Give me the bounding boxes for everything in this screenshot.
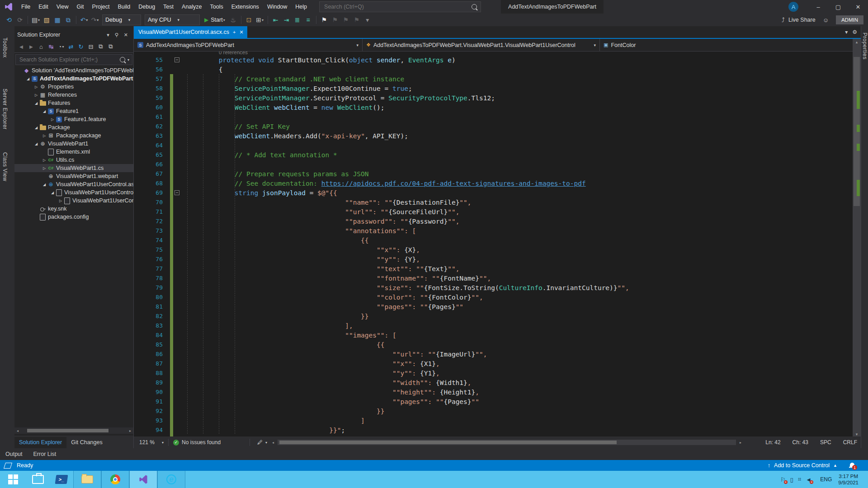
- code-line-69[interactable]: 69−string jsonPayload = $@"{{: [134, 188, 853, 197]
- code-line-71[interactable]: 71""url"": ""{SourceFileUrl}"",: [134, 207, 853, 216]
- minimize-button[interactable]: –: [808, 0, 828, 14]
- code-cleanup-icon[interactable]: 🖉: [257, 439, 263, 446]
- code-line-74[interactable]: 74{{: [134, 235, 853, 245]
- tab-error-list[interactable]: Error List: [28, 451, 62, 457]
- toggle-bookmark-icon[interactable]: ⚑: [319, 15, 329, 25]
- volume-muted-icon[interactable]: ◄✕: [806, 476, 811, 483]
- code-line-86[interactable]: 86""url"": ""{ImageUrl}"",: [134, 349, 853, 359]
- tree-item-package-package[interactable]: ▷⊞Package.package: [14, 131, 133, 140]
- feedback-icon[interactable]: ☺: [823, 17, 829, 23]
- se-collapse-all-icon[interactable]: ⊟: [86, 42, 95, 51]
- code-editor[interactable]: 0 references 55−protected void StartButt…: [134, 52, 853, 437]
- menu-test[interactable]: Test: [159, 4, 178, 10]
- editor-gear-icon[interactable]: ⚙: [852, 29, 857, 35]
- pin-icon[interactable]: ⚲: [112, 32, 121, 38]
- encoding-indicator[interactable]: SPC: [820, 439, 831, 446]
- expanded-icon[interactable]: ◢: [42, 109, 47, 113]
- project-dropdown[interactable]: S AddTextAndImagesToPDFWebPart ▾: [134, 39, 363, 51]
- collapsed-icon[interactable]: ▷: [33, 93, 39, 97]
- tree-item-packages-config[interactable]: packages.config: [14, 213, 133, 221]
- package-explorer-icon[interactable]: ⊡: [244, 15, 254, 25]
- navigate-forward-code-icon[interactable]: ⇥: [282, 15, 292, 25]
- column-indicator[interactable]: Ch: 43: [793, 439, 808, 446]
- code-line-56[interactable]: 56{: [134, 65, 853, 74]
- code-line-68[interactable]: 68// See documentation: https://apidocs.…: [134, 178, 853, 188]
- prev-bookmark-icon[interactable]: ⚑: [330, 15, 340, 25]
- code-line-75[interactable]: 75""x"": {X},: [134, 245, 853, 254]
- tab-class-view[interactable]: Class View: [2, 152, 8, 181]
- code-line-59[interactable]: 59ServicePointManager.SecurityProtocol =…: [134, 93, 853, 103]
- tree-item-elements-xml[interactable]: Elements.xml: [14, 148, 133, 156]
- se-properties-icon[interactable]: ⧉: [106, 42, 115, 51]
- menu-window[interactable]: Window: [263, 4, 291, 10]
- language-indicator[interactable]: ENG: [820, 476, 832, 483]
- collapsed-icon[interactable]: ▷: [42, 166, 47, 170]
- start-button[interactable]: [0, 471, 26, 488]
- scroll-left-icon[interactable]: ◂: [270, 441, 276, 445]
- tree-item-package[interactable]: ◢Package: [14, 123, 133, 131]
- solution-search-input[interactable]: [19, 56, 120, 63]
- code-line-80[interactable]: 80""color"": ""{FontColor}"",: [134, 292, 853, 302]
- code-line-66[interactable]: 66: [134, 160, 853, 169]
- clear-bookmarks-icon[interactable]: ⚑: [352, 15, 362, 25]
- admin-button[interactable]: ADMIN: [836, 15, 863, 24]
- code-line-82[interactable]: 82}}: [134, 311, 853, 321]
- menu-git[interactable]: Git: [73, 4, 88, 10]
- code-line-57[interactable]: 57// Create standard .NET web client ins…: [134, 74, 853, 84]
- code-line-70[interactable]: 70""name"": ""{DestinationFile}"",: [134, 197, 853, 207]
- code-line-81[interactable]: 81""pages"": ""{Pages}"": [134, 302, 853, 311]
- browser-home-icon[interactable]: ⊞▾: [255, 15, 265, 25]
- tab-properties[interactable]: Properties: [862, 33, 868, 60]
- expanded-icon[interactable]: ◢: [33, 142, 39, 146]
- code-line-55[interactable]: 55−protected void StartButton_Click(obje…: [134, 55, 853, 65]
- network-icon[interactable]: ⌗: [798, 476, 801, 483]
- scroll-left-icon[interactable]: ◂: [14, 429, 21, 433]
- panel-tab-git-changes[interactable]: Git Changes: [66, 437, 107, 448]
- notifications-bell[interactable]: 1: [849, 462, 855, 469]
- expanded-icon[interactable]: ◢: [42, 183, 47, 187]
- tree-item-solution-addtextandimagestopdfwebpart-1-[interactable]: ◆Solution 'AddTextAndImagesToPDFWebPart'…: [14, 66, 133, 75]
- solution-explorer-search[interactable]: ▾: [15, 54, 132, 65]
- code-line-91[interactable]: 91""pages"": ""{Pages}"": [134, 397, 853, 406]
- undo-icon[interactable]: ↶▾: [79, 15, 89, 25]
- redo-icon[interactable]: ↷▾: [90, 15, 100, 25]
- tab-server-explorer[interactable]: Server Explorer: [2, 89, 8, 130]
- tree-item-visualwebpart1-cs[interactable]: ▷C#VisualWebPart1.cs: [14, 164, 133, 172]
- code-line-92[interactable]: 92}}: [134, 406, 853, 416]
- quick-search-box[interactable]: [319, 1, 481, 12]
- eol-indicator[interactable]: CRLF: [843, 439, 857, 446]
- server-manager-icon[interactable]: [26, 471, 50, 488]
- collapsed-icon[interactable]: ▷: [42, 134, 47, 138]
- close-button[interactable]: ✕: [848, 0, 868, 14]
- code-line-67[interactable]: 67// Prepare requests params as JSON: [134, 169, 853, 178]
- tree-item-features[interactable]: ◢Features: [14, 99, 133, 107]
- tree-item-feature1[interactable]: ◢SFeature1: [14, 107, 133, 115]
- fold-collapse-icon[interactable]: −: [173, 190, 181, 195]
- menu-project[interactable]: Project: [88, 4, 114, 10]
- code-line-58[interactable]: 58ServicePointManager.Expect100Continue …: [134, 84, 853, 93]
- code-line-76[interactable]: 76""y"": {Y},: [134, 254, 853, 264]
- issues-indicator[interactable]: ✓ No issues found: [173, 439, 221, 446]
- toolbar-overflow-icon[interactable]: ▾: [363, 15, 373, 25]
- scrollbar-thumb[interactable]: [279, 441, 617, 444]
- solution-explorer-hscrollbar[interactable]: ◂ ▸: [14, 427, 133, 434]
- code-line-88[interactable]: 88""y"": {Y1},: [134, 368, 853, 378]
- menu-tools[interactable]: Tools: [206, 4, 227, 10]
- tree-item-feature1-feature[interactable]: ▷SFeature1.feature: [14, 115, 133, 123]
- save-all-icon[interactable]: ⧉: [63, 15, 73, 25]
- code-line-73[interactable]: 73""annotations"": [: [134, 226, 853, 235]
- nav-backward-icon[interactable]: ⟲: [4, 15, 14, 25]
- line-indent-icon[interactable]: ≣: [292, 15, 302, 25]
- open-file-icon[interactable]: ▧: [42, 15, 52, 25]
- tab-output[interactable]: Output: [0, 451, 28, 457]
- pin-tab-icon[interactable]: +: [233, 29, 236, 35]
- save-icon[interactable]: ▦: [52, 15, 62, 25]
- se-pending-changes-icon[interactable]: ◔▾: [57, 42, 66, 51]
- code-line-94[interactable]: 94}}";: [134, 425, 853, 435]
- code-line-72[interactable]: 72""password"": ""{Password}"",: [134, 216, 853, 226]
- live-share-icon[interactable]: ⤴: [778, 15, 788, 25]
- chrome-icon[interactable]: [101, 471, 129, 488]
- collapsed-icon[interactable]: ▷: [33, 85, 39, 89]
- code-line-85[interactable]: 85{{: [134, 340, 853, 349]
- tab-list-caret-icon[interactable]: ▾: [845, 29, 848, 35]
